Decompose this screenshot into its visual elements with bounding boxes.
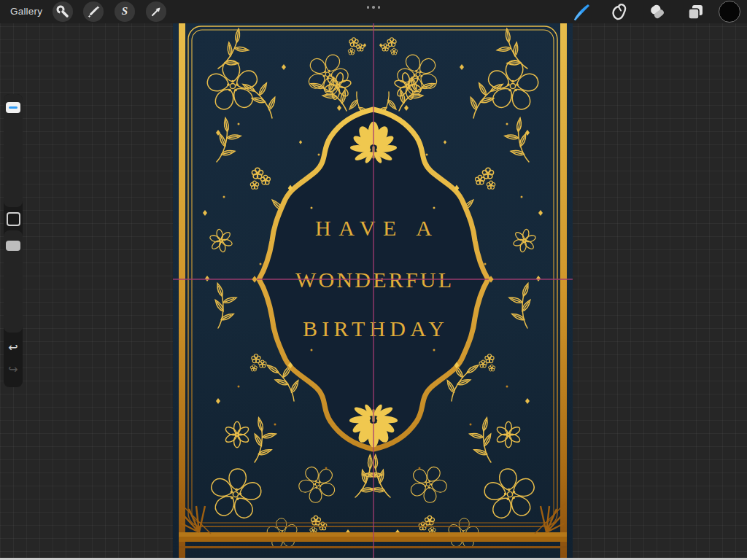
ellipsis-dot <box>378 6 380 8</box>
top-toolbar: Gallery S <box>0 0 747 23</box>
magic-wand-icon <box>85 4 101 20</box>
canvas-menu-button[interactable] <box>363 4 384 11</box>
wrench-icon <box>55 4 71 20</box>
undo-button[interactable]: ↩ <box>4 339 23 357</box>
brush-sidebar: ↩ ↪ <box>4 94 23 387</box>
eraser-icon <box>648 2 667 21</box>
brush-opacity-handle[interactable] <box>6 241 20 251</box>
actions-button[interactable] <box>53 1 73 22</box>
brush-icon <box>572 2 591 21</box>
drawing-canvas[interactable]: HAVE A WONDERFUL BIRTHDAY <box>173 22 573 558</box>
layers-icon <box>686 2 705 21</box>
gallery-button[interactable]: Gallery <box>10 6 42 17</box>
ellipsis-dot <box>367 6 369 8</box>
paint-tool-button[interactable] <box>571 1 592 22</box>
birthday-card-artwork: HAVE A WONDERFUL BIRTHDAY <box>173 22 573 558</box>
brush-size-handle[interactable] <box>6 102 20 113</box>
brush-size-accent <box>9 106 18 109</box>
smudge-finger-icon <box>610 2 629 21</box>
transform-button[interactable] <box>146 1 166 22</box>
ellipsis-dot <box>372 6 374 8</box>
adjustments-button[interactable] <box>83 1 104 22</box>
smudge-tool-button[interactable] <box>609 1 630 22</box>
s-curve-icon: S <box>122 5 128 18</box>
redo-button[interactable]: ↪ <box>4 361 23 378</box>
modify-button[interactable] <box>7 212 20 226</box>
selection-button[interactable]: S <box>115 1 135 22</box>
erase-tool-button[interactable] <box>647 1 667 22</box>
arrow-cursor-icon <box>148 4 164 20</box>
layers-button[interactable] <box>685 1 705 22</box>
color-swatch-button[interactable] <box>719 1 740 23</box>
